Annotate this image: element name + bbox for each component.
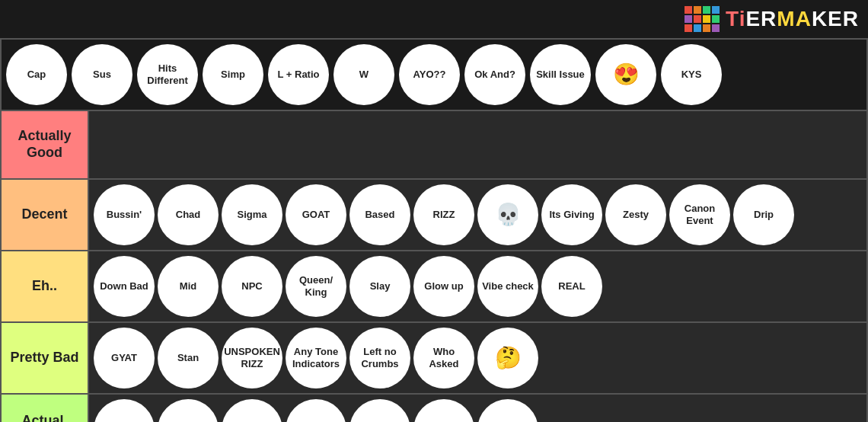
tier-item[interactable]: Stan — [158, 328, 219, 388]
tier-label-a: Decent — [2, 180, 89, 250]
tier-item[interactable]: Canon Event — [669, 184, 730, 245]
tier-item[interactable]: Sus — [72, 44, 132, 105]
tier-item[interactable]: KYS — [661, 44, 722, 105]
tier-items-b: Down BadMidNPCQueen/ KingSlayGlow upVibe… — [89, 251, 866, 321]
logo-grid-cell — [703, 15, 710, 23]
tier-item[interactable]: L + Ratio — [268, 44, 329, 105]
tier-items-c: GYATStanUNSPOKEN RIZZAny Tone Indicators… — [89, 323, 866, 393]
tier-item[interactable]: Drip — [733, 184, 794, 245]
logo-grid-cell — [694, 6, 701, 14]
tier-item[interactable]: Queen/ King — [286, 256, 346, 317]
logo-grid-cell — [712, 24, 720, 32]
tier-item[interactable]: W — [333, 44, 394, 105]
tier-item[interactable]: 🤔 — [477, 328, 538, 388]
tier-item[interactable]: Any Tone Indicators — [286, 328, 346, 388]
tier-row-d: Actual, Garbage.BFFRBLUDBoiDaddy/MommyPe… — [2, 395, 866, 422]
tier-item[interactable]: Ok And? — [464, 44, 525, 105]
tier-item[interactable]: AYO?? — [399, 44, 460, 105]
tier-label-s: Actually Good — [2, 111, 89, 178]
tier-label-d: Actual, Garbage. — [2, 395, 89, 422]
tier-item[interactable]: NPC — [222, 256, 282, 317]
tier-item[interactable]: Periodt — [349, 399, 410, 422]
tier-item[interactable]: Zesty — [605, 184, 666, 245]
tier-item[interactable]: UNSPOKEN RIZZ — [222, 328, 282, 388]
logo-grid-cell — [685, 6, 692, 14]
tier-item[interactable]: Cap — [6, 44, 67, 105]
tier-label-c: Pretty Bad — [2, 323, 89, 393]
logo-grid-cell — [703, 6, 710, 14]
tier-row-a: DecentBussin'ChadSigmaGOATBasedRIZZ💀Its … — [2, 180, 866, 251]
logo-grid-cell — [685, 15, 692, 23]
logo-grid-cell — [703, 24, 710, 32]
tier-items-d: BFFRBLUDBoiDaddy/MommyPeriodtOHIOSheesh — [89, 395, 866, 422]
tier-item[interactable]: Mid — [158, 256, 219, 317]
tier-row-c: Pretty BadGYATStanUNSPOKEN RIZZAny Tone … — [2, 323, 866, 395]
unplaced-row: CapSusHits DifferentSimpL + RatioWAYO??O… — [2, 40, 866, 111]
tier-item[interactable]: Left no Crumbs — [349, 328, 410, 388]
tier-item[interactable]: Sigma — [222, 184, 282, 245]
tier-item[interactable]: BLUD — [158, 399, 219, 422]
tier-item[interactable]: Daddy/Mommy — [286, 399, 346, 422]
tier-item[interactable]: RIZZ — [413, 184, 474, 245]
tier-item[interactable]: Its Giving — [541, 184, 602, 245]
tier-item[interactable]: OHIO — [413, 399, 474, 422]
tier-item[interactable]: Simp — [203, 44, 263, 105]
tier-item[interactable]: GOAT — [286, 184, 346, 245]
logo-grid-icon — [685, 6, 720, 32]
logo-grid-cell — [712, 6, 720, 14]
tier-item[interactable]: Who Asked — [413, 328, 474, 388]
tier-items-a: Bussin'ChadSigmaGOATBasedRIZZ💀Its Giving… — [89, 180, 866, 250]
tier-table: CapSusHits DifferentSimpL + RatioWAYO??O… — [0, 38, 868, 422]
tier-item[interactable]: Skill Issue — [530, 44, 591, 105]
tier-item[interactable]: REAL — [541, 256, 602, 317]
tier-row-s: Actually Good — [2, 111, 866, 180]
logo-grid-cell — [694, 24, 701, 32]
logo-grid-cell — [694, 15, 701, 23]
tier-item[interactable]: GYAT — [94, 328, 155, 388]
tier-item[interactable]: Hits Different — [137, 44, 198, 105]
tier-item[interactable]: Glow up — [413, 256, 474, 317]
tier-row-b: Eh..Down BadMidNPCQueen/ KingSlayGlow up… — [2, 251, 866, 323]
tier-item[interactable]: Based — [349, 184, 410, 245]
logo-grid-cell — [712, 15, 720, 23]
tier-item[interactable]: Down Bad — [94, 256, 155, 317]
tier-item[interactable]: Boi — [222, 399, 282, 422]
tier-item[interactable]: 😍 — [595, 44, 656, 105]
tier-item[interactable]: Vibe check — [477, 256, 538, 317]
tier-label-b: Eh.. — [2, 251, 89, 321]
tier-item[interactable]: BFFR — [94, 399, 155, 422]
tier-item[interactable]: Bussin' — [94, 184, 155, 245]
header: TiERMAKER — [0, 0, 868, 38]
logo-grid-cell — [685, 24, 692, 32]
logo-text: TiERMAKER — [726, 7, 859, 31]
tiermaker-logo: TiERMAKER — [685, 6, 859, 32]
tier-item[interactable]: Sheesh — [477, 399, 538, 422]
tier-item[interactable]: Slay — [349, 256, 410, 317]
tier-item[interactable]: 💀 — [477, 184, 538, 245]
tier-items-s — [89, 111, 866, 178]
tier-item[interactable]: Chad — [158, 184, 219, 245]
